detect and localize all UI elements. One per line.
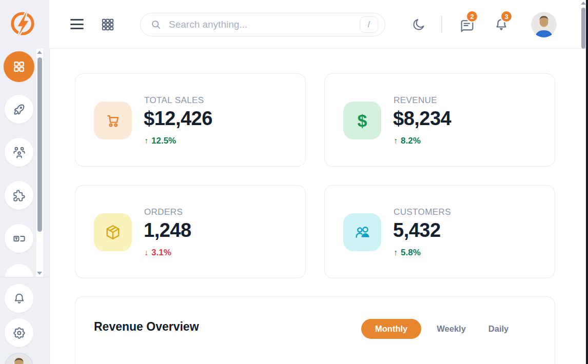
arrow-down-icon: ↓ [144,248,148,257]
stat-change: ↓3.1% [144,248,171,258]
sidebar-scrollbar[interactable] [36,49,43,277]
sidebar [0,0,49,364]
sidebar-item-dashboard[interactable] [4,51,34,82]
stat-value: 5,432 [393,219,441,241]
revenue-overview-card: Revenue Overview Monthly Weekly Daily [75,296,555,364]
window-edge [586,0,588,364]
section-title: Revenue Overview [94,320,199,334]
stat-icon-tile [343,213,381,251]
sidebar-item-notifications[interactable] [5,284,33,313]
user-avatar[interactable] [531,12,557,37]
tab-monthly[interactable]: Monthly [361,319,421,339]
search-shortcut-key: / [360,16,378,33]
sidebar-bottom [0,277,49,364]
app-logo[interactable] [9,10,36,37]
shopping-cart-icon [104,111,122,130]
arrow-up-icon: ↑ [394,248,398,257]
dark-mode-toggle[interactable] [411,17,426,32]
notifications-badge: 3 [500,10,513,23]
apps-grid-icon[interactable] [101,17,115,32]
tab-weekly[interactable]: Weekly [425,319,477,339]
sidebar-item-settings[interactable] [5,318,33,347]
page-scrollbar-thumb[interactable] [581,8,585,49]
stat-card-revenue: $ REVENUE $8,234 ↑8.2% [324,73,555,167]
messages-badge: 2 [466,10,478,23]
sidebar-item-launch[interactable] [5,95,33,124]
stat-label: ORDERS [144,207,183,217]
stat-card-orders: ORDERS 1,248 ↓3.1% [75,185,306,278]
search-input[interactable] [169,19,360,30]
page-scrollbar[interactable] [581,0,586,364]
scroll-down-arrow-icon[interactable] [37,272,42,275]
stat-change: ↑8.2% [394,136,421,146]
avatar [6,354,32,364]
avatar [531,12,557,37]
sidebar-nav [0,49,49,277]
tab-daily[interactable]: Daily [477,319,520,339]
lightning-bolt-logo-icon [9,10,36,37]
bell-icon [12,292,26,306]
package-box-icon [104,223,122,241]
stat-value: $8,234 [393,108,451,130]
search-bar[interactable]: / [140,13,385,36]
users-icon [353,223,372,242]
stat-label: REVENUE [394,95,437,106]
users-group-icon [12,146,26,159]
sidebar-item-hidden[interactable] [5,264,33,277]
form-input-icon [12,232,26,246]
scroll-up-arrow-icon[interactable] [37,51,42,54]
stat-icon-tile [94,213,132,251]
moon-icon [411,17,426,32]
sidebar-item-integrations[interactable] [5,181,33,210]
stat-card-total-sales: TOTAL SALES $12,426 ↑12.5% [75,73,306,167]
sidebar-item-forms[interactable] [5,224,33,253]
gear-icon [12,326,26,340]
stat-change: ↑5.8% [394,248,421,258]
scroll-up-arrow-icon[interactable] [581,2,586,5]
stat-icon-tile: $ [343,102,381,139]
stat-change: ↑12.5% [144,136,176,146]
sidebar-avatar[interactable] [5,353,33,364]
rocket-icon [12,103,26,116]
arrow-up-icon: ↑ [394,136,398,145]
stat-icon-tile [94,102,132,139]
hamburger-menu-icon[interactable] [70,19,84,30]
stat-value: 1,248 [144,219,191,241]
dashboard-grid-icon [12,59,26,74]
dollar-icon: $ [358,111,367,131]
period-toggle: Monthly Weekly Daily [361,319,520,339]
stat-label: CUSTOMERS [394,207,451,217]
top-header: / 2 3 [49,0,581,49]
puzzle-icon [12,189,26,203]
arrow-up-icon: ↑ [144,136,148,145]
search-icon [151,19,162,30]
stat-value: $12,426 [144,108,212,130]
sidebar-item-team[interactable] [5,138,33,167]
stat-label: TOTAL SALES [144,95,204,106]
sidebar-scrollbar-thumb[interactable] [37,57,42,232]
header-divider [441,16,442,33]
main-content: TOTAL SALES $12,426 ↑12.5% $ REVENUE $8,… [50,49,581,364]
stat-card-customers: CUSTOMERS 5,432 ↑5.8% [324,185,555,278]
